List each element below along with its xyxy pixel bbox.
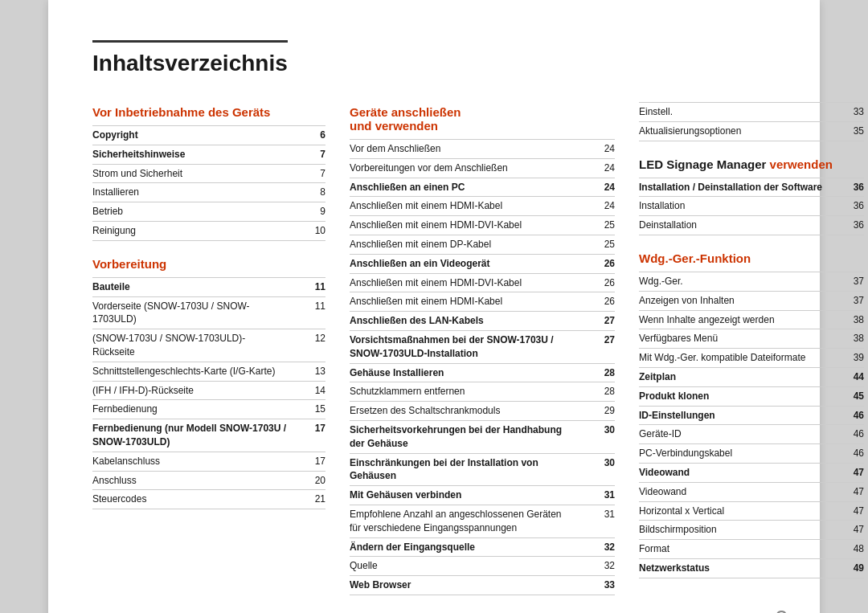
toc-label: Anschließen mit einem HDMI-DVI-Kabel (350, 216, 575, 235)
toc-label: Sicherheitsvorkehrungen bei der Handhabu… (350, 420, 575, 453)
toc-num: 26 (575, 273, 616, 292)
led-heading-plain: LED Signage Manager (639, 157, 770, 171)
toc-table-1: Copyright6Sicherheitshinweise7Strom und … (92, 125, 326, 241)
toc-num: 7 (291, 145, 326, 164)
toc-num: 6 (291, 126, 326, 145)
toc-num: 37 (830, 291, 864, 310)
toc-num: 39 (830, 349, 864, 368)
toc-label: Installieren (92, 183, 291, 202)
toc-num: 38 (830, 329, 864, 349)
section-einstell: Einstell.33Aktualisierungsoptionen35 (639, 102, 864, 141)
toc-label: Videowand (639, 463, 830, 482)
toc-label: Anschließen mit einem HDMI-DVI-Kabel (350, 273, 575, 292)
page: Inhaltsverzeichnis Vor Inbetriebnahme de… (48, 0, 820, 613)
toc-label: Vor dem Anschließen (350, 140, 575, 159)
toc-table-3: Vor dem Anschließen24Vorbereitungen vor … (350, 139, 615, 595)
toc-label: Vorbereitungen vor dem Anschließen (350, 158, 575, 178)
toc-label: Schutzklammern entfernen (350, 382, 575, 402)
toc-label: Empfohlene Anzahl an angeschlossenen Ger… (350, 505, 575, 537)
toc-label: Einstell. (639, 103, 830, 122)
column-3: Einstell.33Aktualisierungsoptionen35 LED… (639, 102, 864, 611)
toc-label: Bauteile (92, 277, 291, 296)
toc-label: Anschließen mit einem DP-Kabel (350, 235, 575, 254)
led-heading-red: verwenden (770, 157, 833, 171)
toc-label: Produkt klonen (639, 386, 830, 406)
toc-num: 26 (575, 292, 616, 312)
toc-label: Anzeigen von Inhalten (639, 291, 830, 310)
toc-num: 31 (575, 486, 616, 505)
toc-num: 33 (575, 576, 616, 595)
toc-label: Kabelanschluss (92, 452, 291, 471)
toc-num: 24 (575, 140, 616, 159)
toc-num: 47 (830, 501, 864, 521)
toc-num: 21 (291, 490, 326, 509)
toc-label: Ändern der Eingangsquelle (350, 537, 575, 557)
toc-label: (IFH / IFH-D)-Rückseite (92, 381, 291, 400)
toc-table-6: Wdg.-Ger.37Anzeigen von Inhalten37Wenn I… (639, 272, 864, 578)
toc-num: 44 (830, 367, 864, 386)
section-wdg: Wdg.-Ger.-Funktion Wdg.-Ger.37Anzeigen v… (639, 251, 864, 578)
toc-label: Anschluss (92, 471, 291, 490)
toc-label: Anschließen mit einem HDMI-Kabel (350, 292, 575, 312)
toc-num: 47 (830, 482, 864, 501)
toc-num: 36 (830, 197, 864, 216)
toc-num: 47 (830, 521, 864, 540)
section-vorbereitung: Vorbereitung Bauteile11Vorderseite (SNOW… (92, 257, 326, 509)
toc-table-5: Installation / Deinstallation der Softwa… (639, 178, 864, 235)
toc-num: 48 (830, 540, 864, 559)
toc-num: 17 (291, 452, 326, 471)
toc-label: Vorsichtsmaßnahmen bei der SNOW-1703U / … (350, 330, 575, 363)
toc-label: Steuercodes (92, 490, 291, 509)
toc-label: Verfügbares Menü (639, 329, 830, 349)
toc-label: Videowand (639, 482, 830, 501)
toc-num: 32 (575, 557, 616, 576)
toc-label: Web Browser (350, 576, 575, 595)
toc-label: ID-Einstellungen (639, 406, 830, 425)
toc-num: 32 (575, 537, 616, 557)
toc-label: Vorderseite (SNOW-1703U / SNOW-1703ULD) (92, 296, 291, 329)
section-heading-1: Vor Inbetriebnahme des Geräts (92, 105, 326, 119)
toc-label: Horizontal x Vertical (639, 501, 830, 521)
toc-num: 26 (575, 254, 616, 273)
toc-num: 47 (830, 463, 864, 482)
toc-label: Wdg.-Ger. (639, 272, 830, 291)
page-number: 2 (775, 606, 788, 613)
section-geraete: Geräte anschließenund verwenden Vor dem … (350, 105, 615, 595)
toc-num: 11 (291, 296, 326, 329)
toc-num: 7 (291, 164, 326, 183)
toc-num: 25 (575, 235, 616, 254)
toc-num: 49 (830, 558, 864, 578)
toc-label: Wenn Inhalte angezeigt werden (639, 310, 830, 329)
toc-label: PC-Verbindungskabel (639, 444, 830, 464)
toc-num: 8 (291, 183, 326, 202)
toc-num: 20 (291, 471, 326, 490)
toc-label: Installation / Deinstallation der Softwa… (639, 178, 830, 197)
section-heading-3: Geräte anschließenund verwenden (350, 105, 615, 133)
toc-label: Betrieb (92, 202, 291, 222)
toc-label: Ersetzen des Schaltschrankmoduls (350, 402, 575, 421)
toc-num: 24 (575, 158, 616, 178)
toc-label: Copyright (92, 126, 291, 145)
toc-num: 25 (575, 216, 616, 235)
toc-label: Zeitplan (639, 367, 830, 386)
toc-label: Anschließen mit einem HDMI-Kabel (350, 197, 575, 216)
toc-label: Aktualisierungsoptionen (639, 121, 830, 141)
toc-label: Format (639, 540, 830, 559)
section-heading-2: Vorbereitung (92, 257, 326, 271)
toc-label: Mit Gehäusen verbinden (350, 486, 575, 505)
toc-num: 36 (830, 216, 864, 235)
toc-label: Deinstallation (639, 216, 830, 235)
toc-num: 10 (291, 221, 326, 240)
toc-label: Geräte-ID (639, 425, 830, 444)
toc-label: Anschließen an ein Videogerät (350, 254, 575, 273)
toc-label: Fernbedienung (92, 400, 291, 419)
toc-label: Mit Wdg.-Ger. kompatible Dateiformate (639, 349, 830, 368)
toc-label: Installation (639, 197, 830, 216)
toc-label: Anschließen des LAN-Kabels (350, 312, 575, 331)
toc-num: 46 (830, 444, 864, 464)
toc-num: 27 (575, 330, 616, 363)
toc-num: 24 (575, 197, 616, 216)
toc-num: 27 (575, 312, 616, 331)
column-2: Geräte anschließenund verwenden Vor dem … (350, 102, 615, 611)
toc-num: 11 (291, 277, 326, 296)
